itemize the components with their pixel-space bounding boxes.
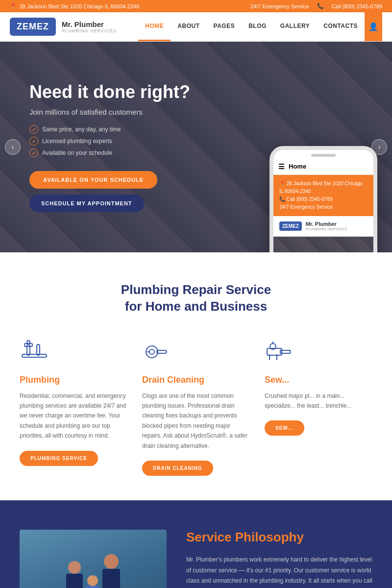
phone-icon: 📞 [317,3,324,9]
services-title: Plumbing Repair Servicefor Home and Busi… [20,282,372,315]
header: ZEMEZ Mr. Plumber PLUMBING SERVICES HOME… [0,12,392,42]
hamburger-icon: ☰ [278,163,285,171]
phone-hero-image [273,237,373,252]
check-item-1: Same price, any day, any time [29,125,190,134]
philosophy-section: 🔧 🪛 Service Philosophy Mr. Plumber's plu… [0,500,392,588]
service-name-plumbing: Plumbing [20,375,127,385]
service-card-sewer: Sew... Crushed major pl... in a main... … [265,340,372,476]
cta-appointment-button[interactable]: SCHEDULE MY APPOINTMENT [29,195,144,212]
nav-home[interactable]: HOME [138,12,171,41]
sewer-service-button[interactable]: SEW... [265,420,304,436]
svg-point-7 [149,349,154,354]
phone-text[interactable]: Call (800) 2345-6789 [332,3,382,9]
service-name-drain: Drain Cleaning [142,375,250,385]
philosophy-content: Service Philosophy Mr. Plumber's plumber… [186,530,372,588]
phone-nav-label: Home [289,163,306,170]
drain-service-button[interactable]: DRAIN CLEANING [142,461,213,476]
drain-icon [142,340,250,367]
hero-section: Need it done right? Join millions of sat… [0,42,392,252]
services-grid: Plumbing Residential, commercial, and em… [20,340,372,476]
logo-area: ZEMEZ Mr. Plumber PLUMBING SERVICES [10,18,138,36]
phone-address: 📍 28 Jackson Blvd Ste 1020 Chicago IL 60… [279,180,368,196]
phone-company-sub: PLUMBING SERVICES [306,227,347,231]
service-desc-sewer: Crushed major pl... in a main... special… [265,391,372,411]
company-subtitle: PLUMBING SERVICES [62,28,117,33]
nav-gallery[interactable]: GALLERY [273,12,317,41]
emergency-text: 24/7 Emergency Service [250,3,309,9]
plumbing-service-button[interactable]: PLUMBING SERVICE [20,451,98,466]
phone-brand-area: ZEMEZ Mr. Plumber PLUMBING SERVICES [273,216,373,237]
brand-logo[interactable]: ZEMEZ [10,18,56,36]
sewer-icon [265,340,372,367]
plumbing-icon [20,340,127,367]
phone-brand-logo: ZEMEZ [279,221,302,231]
philosophy-title: Service Philosophy [186,530,372,545]
service-desc-plumbing: Residential, commercial, and emergency p… [20,391,127,441]
service-card-drain: Drain Cleaning Clogs are one of the most… [142,340,250,476]
philosophy-images: 🔧 🪛 [20,530,167,588]
philosophy-para-1: Mr. Plumber's plumbers work extremely ha… [186,555,372,588]
phone-speaker [311,154,336,157]
phone-nav-bar: ☰ Home [273,159,373,175]
phone-brand-text: Mr. Plumber PLUMBING SERVICES [306,221,347,231]
svg-rect-2 [37,344,40,355]
phone-company-name: Mr. Plumber [306,221,347,227]
phone-emergency: 24/7 Emergency Service [279,203,368,211]
phone-info-bar: 📍 28 Jackson Blvd Ste 1020 Chicago IL 60… [273,175,373,216]
nav-blog[interactable]: BLOG [242,12,273,41]
location-icon: 📍 [10,3,17,9]
main-nav: HOME ABOUT PAGES BLOG GALLERY CONTACTS [138,12,365,41]
company-name: Mr. Plumber [62,20,117,28]
address-text: 28 Jackson Blvd Ste 1020 Chicago IL 6060… [20,3,139,9]
hero-headline: Need it done right? [29,82,190,102]
service-desc-drain: Clogs are one of the most common plumbin… [142,391,250,451]
nav-about[interactable]: ABOUT [171,12,206,41]
svg-rect-0 [22,354,47,357]
svg-point-4 [27,341,30,343]
top-bar: 📍 28 Jackson Blvd Ste 1020 Chicago IL 60… [0,0,392,12]
services-section: Plumbing Repair Servicefor Home and Busi… [0,252,392,500]
service-card-plumbing: Plumbing Residential, commercial, and em… [20,340,127,476]
top-bar-contact-group: 24/7 Emergency Service 📞 Call (800) 2345… [250,3,382,9]
user-icon[interactable]: 👤 [365,12,382,41]
logo-title: Mr. Plumber PLUMBING SERVICES [62,20,117,33]
cta-schedule-button[interactable]: AVAILABLE ON YOUR SCHEDULE [29,171,157,189]
phone-inner: ☰ Home 📍 28 Jackson Blvd Ste 1020 Chicag… [273,159,373,252]
hero-subheadline: Join millions of satisfied customers [29,108,190,116]
phone-call[interactable]: 📞 Call (800) 2345-6789 [279,196,368,203]
nav-pages[interactable]: PAGES [207,12,242,41]
prev-arrow[interactable]: ‹ [5,139,21,155]
service-name-sewer: Sew... [265,375,372,385]
top-bar-address-group: 📍 28 Jackson Blvd Ste 1020 Chicago IL 60… [10,3,139,9]
philosophy-image-top [20,530,167,588]
nav-contacts[interactable]: CONTACTS [317,12,365,41]
phone-mockup: ☰ Home 📍 28 Jackson Blvd Ste 1020 Chicag… [270,146,377,252]
